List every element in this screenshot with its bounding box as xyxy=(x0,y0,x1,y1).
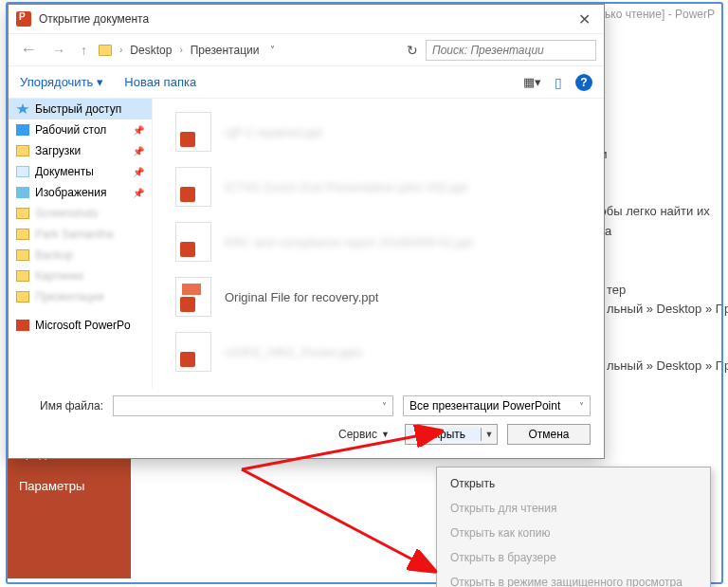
powerpoint-icon xyxy=(16,11,31,27)
chevron-right-icon: › xyxy=(119,45,122,55)
open-dropdown-button[interactable]: ▼ xyxy=(482,430,497,439)
open-split-button[interactable]: Открыть ▼ xyxy=(405,424,498,445)
open-dropdown-menu: Открыть Открыть для чтения Открыть как к… xyxy=(436,467,711,587)
search-box[interactable] xyxy=(426,40,596,61)
menu-open-browser: Открыть в браузере xyxy=(437,545,710,570)
tree-folder[interactable]: Backup xyxy=(9,245,152,266)
new-folder-button[interactable]: Новая папка xyxy=(124,75,196,89)
help-button[interactable]: ? xyxy=(575,74,592,91)
titlebar: Открытие документа ✕ xyxy=(9,5,604,33)
chevron-right-icon: › xyxy=(179,45,182,55)
tree-folder[interactable]: Park Samantha xyxy=(9,224,152,245)
tree-desktop[interactable]: Рабочий стол📌 xyxy=(9,119,152,140)
chevron-down-icon[interactable]: ˅ xyxy=(382,401,387,412)
file-list: ЦР-2 repaired.ppt ICT4S Zurich End Prese… xyxy=(153,99,604,388)
breadcrumb-segment[interactable]: Desktop xyxy=(130,44,172,57)
pin-icon: 📌 xyxy=(133,146,144,156)
file-item[interactable]: UGRS_HRG_Poster.pptx xyxy=(153,324,604,379)
bg-recent-path[interactable]: льный » Desktop » Пр xyxy=(607,302,728,316)
tree-folder[interactable]: Screenshots xyxy=(9,203,152,224)
open-button[interactable]: Открыть xyxy=(406,428,482,441)
menu-open[interactable]: Открыть xyxy=(437,471,710,496)
service-button[interactable]: Сервис ▼ xyxy=(338,428,390,441)
bg-panel-text: чтобы легко найти ихи на xyxy=(588,204,710,244)
file-item[interactable]: KRC and compliance report 20180409-02.pp… xyxy=(153,214,604,269)
pin-icon: 📌 xyxy=(133,167,144,177)
back-button[interactable]: ← xyxy=(16,38,41,62)
tree-documents[interactable]: Документы📌 xyxy=(9,161,152,182)
pin-icon: 📌 xyxy=(133,125,144,136)
filetype-combo[interactable]: Все презентации PowerPoint˅ xyxy=(403,395,591,416)
close-button[interactable]: ✕ xyxy=(573,9,596,30)
up-button[interactable]: ↑ xyxy=(77,41,91,60)
tree-downloads[interactable]: Загрузки📌 xyxy=(9,140,152,161)
file-item[interactable]: ЦР-2 repaired.ppt xyxy=(153,104,604,159)
dialog-footer: Имя файла: ˅ Все презентации PowerPoint˅… xyxy=(9,388,604,458)
refresh-button[interactable]: ↻ xyxy=(407,43,418,58)
dialog-title: Открытие документа xyxy=(39,12,149,26)
tree-powerpoint[interactable]: Microsoft PowerPo xyxy=(9,315,152,336)
cancel-button[interactable]: Отмена xyxy=(507,424,591,445)
tree-quick-access[interactable]: Быстрый доступ xyxy=(9,99,152,119)
nav-tree: Быстрый доступ Рабочий стол📌 Загрузки📌 Д… xyxy=(9,99,153,388)
forward-button[interactable]: → xyxy=(48,41,69,60)
chevron-down-icon[interactable]: ˅ xyxy=(579,401,584,412)
address-bar[interactable]: › Desktop › Презентации ˅ xyxy=(99,44,399,57)
menu-open-readonly: Открыть для чтения xyxy=(437,496,710,521)
search-input[interactable] xyxy=(432,44,590,57)
filename-label: Имя файла: xyxy=(22,399,103,413)
organize-button[interactable]: Упорядочить ▾ xyxy=(20,75,103,89)
tree-folder[interactable]: Картинки xyxy=(9,266,152,286)
bg-recent-path[interactable]: льный » Desktop » Пр xyxy=(607,358,728,373)
pin-icon: 📌 xyxy=(133,188,144,198)
backstage-item[interactable]: Параметры xyxy=(8,469,131,503)
tree-pictures[interactable]: Изображения📌 xyxy=(9,182,152,203)
open-file-dialog: Открытие документа ✕ ← → ↑ › Desktop › П… xyxy=(8,4,605,459)
breadcrumb-segment[interactable]: Презентации xyxy=(191,44,260,57)
filename-input[interactable]: ˅ xyxy=(113,395,393,416)
file-item[interactable]: ICT4S Zurich End Presentation pilot V02.… xyxy=(153,159,604,214)
navbar: ← → ↑ › Desktop › Презентации ˅ ↻ xyxy=(9,33,604,65)
preview-pane-button[interactable]: ▯ xyxy=(555,75,562,90)
bg-path-header: тер xyxy=(607,283,626,297)
address-dropdown-icon[interactable]: ˅ xyxy=(270,45,275,55)
file-item-selected[interactable]: Original File for recovery.ppt xyxy=(153,269,604,324)
menu-open-copy: Открыть как копию xyxy=(437,521,710,545)
menu-open-protected: Открыть в режиме защищенного просмотра xyxy=(437,570,710,587)
tree-folder[interactable]: Презентации xyxy=(9,286,152,307)
folder-icon xyxy=(99,45,112,56)
bg-title-fragment: ько чтение] - PowerP xyxy=(605,8,715,21)
chevron-down-icon: ▾ xyxy=(97,75,103,89)
view-button[interactable]: ▦▾ xyxy=(523,75,541,89)
toolbar: Упорядочить ▾ Новая папка ▦▾ ▯ ? xyxy=(9,65,604,98)
